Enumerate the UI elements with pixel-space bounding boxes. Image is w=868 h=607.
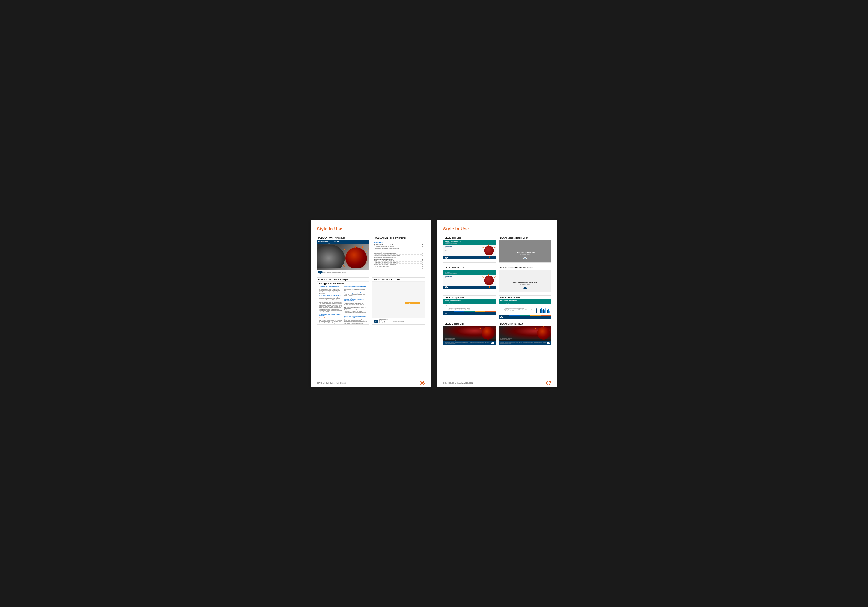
pub-front-cover: PUBLICATION: Front Cover HEADLINE HERE |… xyxy=(317,236,369,274)
bar-4-2 xyxy=(548,309,549,313)
chart-group-3 xyxy=(543,308,546,313)
bar-3-3 xyxy=(546,308,546,313)
page-number-1: 06 xyxy=(420,380,425,386)
cover-footer-text: U.S. Department of Health and Human Serv… xyxy=(323,271,346,273)
pub-back-cover-label: PUBLICATION: Back Cover xyxy=(372,278,425,282)
inside-q2: 1: Can people in the U.S. get COVID-19? xyxy=(319,295,343,296)
title-slide-left: Name, Degrees Title Event Title Date xyxy=(445,246,483,255)
title-slide-alt-header: TITLE OF YOUR PRESENTATION | COVID-19 | … xyxy=(443,269,496,275)
back-cover-content: cdc.gov/coronavirus CDC U.S. Department … xyxy=(372,282,425,324)
sample-slide-right-text: Bullet Sub Bullet – Customize chart colo… xyxy=(499,305,535,315)
page-footer-2: COVID-19: Style Guide | April 20, 2021 0… xyxy=(437,379,557,387)
sample-left-cdc: CDC xyxy=(445,313,447,314)
closing-alt-text-area: For more information, contact CDC1-800-C… xyxy=(500,338,550,341)
inside-q7: What are severe complications from this … xyxy=(344,286,367,289)
deck-title-slide-alt: DECK: Title Slide ALT TITLE OF YOUR PRES… xyxy=(443,266,496,293)
title-slide-alt-body: Name, Degrees Title Event Title Date xyxy=(443,275,496,286)
inside-q4: KR: Learn the facts xyxy=(319,317,343,318)
toc-line-7: If you are sick, keep from spreading res… xyxy=(374,255,423,257)
deck-section-header-watermark-label: DECK: Section Header Watermark xyxy=(499,266,551,269)
title-slide-web: cdc.gov/coronavirus xyxy=(486,257,494,258)
inside-a4: Yes. The first infections with COVID-19 … xyxy=(319,319,343,324)
toc-line-9: Q1: What is 2019 novel coronavirus?6 xyxy=(374,259,423,260)
cdc-logo-back: CDC xyxy=(374,320,378,323)
inside-a8: The best way to prevent infection is to … xyxy=(344,294,367,297)
title-slide-alt-cdc-logo: CDC xyxy=(445,286,448,288)
bar-3-2 xyxy=(544,310,545,313)
toc-line-4: What are some complications from this vi… xyxy=(374,249,423,251)
title-slide-alt-right xyxy=(484,276,494,285)
deck-sample-slide-left-label: DECK: Sample Slide xyxy=(443,296,496,299)
title-slide-right xyxy=(484,246,494,255)
bar-2-2 xyxy=(541,308,542,313)
closing-disclaimer: The findings and conclusions in this rep… xyxy=(445,342,490,344)
sample-right-cdc: CDC xyxy=(500,316,503,318)
toc-line-2: Q2: Can people in the U.S. get COVID-192 xyxy=(374,246,423,247)
sample-slide-left-header: TITLE OF YOUR PRESENTATION | COVID-19 | … xyxy=(443,299,496,305)
toc-line-6: There are simple everyday preventive act… xyxy=(374,253,423,254)
chart-legend: ■ Series 1 ■ Series 2 ■ Series 3 xyxy=(536,313,550,314)
title-slide-cdc-logo: CDC xyxy=(445,257,448,259)
deck-title-label: DECK: Title Slide xyxy=(443,236,496,240)
inside-a10: If you were in China within the past 14 … xyxy=(344,319,367,324)
bar-1-3 xyxy=(539,310,539,313)
closing-contact: For more information, contact CDC1-800-C… xyxy=(445,338,494,341)
deck-sample-slide-right-label: DECK: Sample Slide xyxy=(499,296,551,299)
title-slide-alt-virus xyxy=(484,276,494,285)
bar-2-1 xyxy=(540,309,541,313)
sample-slide-right-content: TITLE OF YOUR PRESENTATION | COVID-19 | … xyxy=(499,299,551,319)
cdc-logo: CDC xyxy=(318,271,322,274)
toc-line-12: What are some complications from this vi… xyxy=(374,264,423,265)
title-slide-header: TITLE OF YOUR PRESENTATION | COVID-19 | … xyxy=(443,240,496,245)
section-title-2: Style in Use xyxy=(443,226,551,231)
back-hhs-text: U.S. Department ofHealth and Human Servi… xyxy=(379,319,391,324)
pub-inside-label: PUBLICATION: Inside Example xyxy=(317,278,369,282)
deck-grid: DECK: Title Slide TITLE OF YOUR PRESENTA… xyxy=(443,236,551,345)
page-2: Style in Use DECK: Title Slide TITLE OF … xyxy=(437,220,557,387)
back-cover-cdc: CDC U.S. Department ofHealth and Human S… xyxy=(374,319,391,324)
closing-slide-content: For more information, contact CDC1-800-C… xyxy=(443,326,496,345)
deck-closing-slide-label: DECK: Closing Slide xyxy=(443,322,496,326)
chart-bars xyxy=(536,307,550,313)
section-header-grey: Solid Background with Grey use forsectio… xyxy=(499,240,551,262)
section-title-1: Style in Use xyxy=(317,226,425,231)
toc-line-13: How can I help protect myself?7 xyxy=(374,266,423,267)
chart-group-2 xyxy=(540,308,543,313)
deck-sample-slide-right: DECK: Sample Slide TITLE OF YOUR PRESENT… xyxy=(499,296,551,319)
pub-grid-top: PUBLICATION: Front Cover HEADLINE HERE |… xyxy=(317,236,425,274)
title-slide-content: TITLE OF YOUR PRESENTATION | COVID-19 | … xyxy=(443,240,496,259)
pub-toc: PUBLICATION: Table of Contents Contents … xyxy=(372,236,425,274)
closing-text-area: For more information, contact CDC1-800-C… xyxy=(445,338,494,341)
toc-page-num: 1 xyxy=(374,268,423,269)
deck-sample-slide-left: DECK: Sample Slide TITLE OF YOUR PRESENT… xyxy=(443,296,496,319)
inside-q8: How can I help protect myself? xyxy=(344,292,367,294)
inside-a1: The 2019 novel coronavirus (COVID-19) is… xyxy=(319,288,343,294)
toc-line-11: Q3: Have there been cases of COVID-19 in… xyxy=(374,262,423,263)
inside-a2: The COVID-19 is spreading from person to… xyxy=(319,297,343,313)
closing-footer-bar: The findings and conclusions in this rep… xyxy=(443,341,496,345)
inside-actions: • Avoid close contact with people who ar… xyxy=(344,303,367,315)
deck-section-header-watermark: DECK: Section Header Watermark Watermark… xyxy=(499,266,551,293)
page-footer-1: COVID-19: Style Guide | April 20, 2021 0… xyxy=(311,379,431,387)
sample-slide-chart: Chart Title xyxy=(536,305,551,315)
back-cover-footer: CDC U.S. Department ofHealth and Human S… xyxy=(372,318,425,324)
inside-q1: KQ: What is 2019 novel coronavirus? xyxy=(319,286,343,287)
front-cover-footer: CDC U.S. Department of Health and Human … xyxy=(317,270,369,274)
title-slide-footer: CDC cdc.gov/coronavirus xyxy=(443,256,496,259)
back-cover-code: CS MMWR April 20, 2021 xyxy=(393,321,403,322)
deck-closing-slide: DECK: Closing Slide For more information… xyxy=(443,322,496,345)
pub-back-cover: PUBLICATION: Back Cover cdc.gov/coronavi… xyxy=(372,277,425,325)
toc-line-3: Q3: Have there been cases of COVID-19 in… xyxy=(374,248,423,249)
inside-cols: KQ: What is 2019 novel coronavirus? The … xyxy=(319,285,367,324)
deck-closing-slide-alt: DECK: Closing Slide Alt For more informa… xyxy=(499,322,551,345)
closing-slide-alt-content: For more information, contact CDC1-800-C… xyxy=(499,326,551,345)
pub-toc-label: PUBLICATION: Table of Contents xyxy=(372,236,425,240)
bar-4-3 xyxy=(549,311,550,313)
deck-section-header-color: DECK: Section Header Color Solid Backgro… xyxy=(499,236,551,263)
sample-slide-left-footer: CDC xyxy=(443,312,496,315)
deck-closing-slide-alt-label: DECK: Closing Slide Alt xyxy=(499,322,551,326)
chart-group-4 xyxy=(547,309,550,313)
closing-alt-footer-bar: The findings and conclusions in this rep… xyxy=(499,341,551,345)
deck-section-header-color-label: DECK: Section Header Color xyxy=(499,236,551,240)
deck-title-slide-alt-label: DECK: Title Slide ALT xyxy=(443,266,496,269)
